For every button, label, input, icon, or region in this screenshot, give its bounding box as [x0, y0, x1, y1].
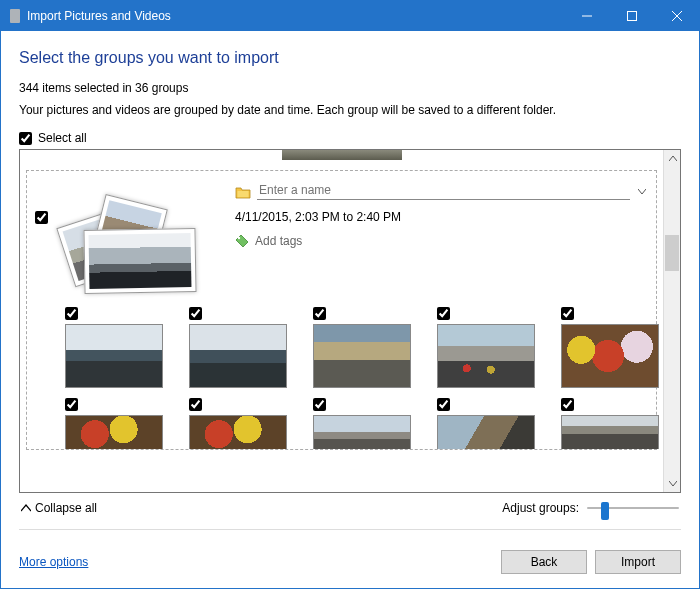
scroll-up-button[interactable]: [664, 150, 681, 167]
thumbnail[interactable]: [437, 398, 535, 449]
photo-4[interactable]: [437, 324, 535, 388]
thumbnail-checkbox[interactable]: [313, 398, 326, 411]
group-date-range: 4/11/2015, 2:03 PM to 2:40 PM: [235, 210, 648, 224]
thumbnail[interactable]: [561, 307, 659, 388]
svg-rect-4: [238, 191, 249, 197]
collapse-all-link[interactable]: Collapse all: [21, 501, 97, 515]
thumbnail[interactable]: [313, 398, 411, 449]
more-options-link[interactable]: More options: [19, 555, 88, 569]
thumbnail-checkbox[interactable]: [189, 398, 202, 411]
scroll-down-button[interactable]: [664, 475, 681, 492]
window-title: Import Pictures and Videos: [27, 9, 564, 23]
photo-3[interactable]: [313, 324, 411, 388]
photo-9[interactable]: [437, 415, 535, 449]
content: Select the groups you want to import 344…: [1, 31, 699, 536]
thumbnail-checkbox[interactable]: [561, 307, 574, 320]
tag-icon: [235, 234, 249, 248]
divider: [19, 529, 681, 530]
thumbnail[interactable]: [313, 307, 411, 388]
photo-7[interactable]: [189, 415, 287, 449]
pane-footer: Collapse all Adjust groups:: [19, 493, 681, 519]
titlebar[interactable]: Import Pictures and Videos: [1, 1, 699, 31]
thumbnail-checkbox[interactable]: [189, 307, 202, 320]
svg-point-5: [238, 237, 240, 239]
thumbnail-checkbox[interactable]: [561, 398, 574, 411]
add-tags-link[interactable]: Add tags: [235, 234, 648, 248]
thumbnail-checkbox[interactable]: [437, 307, 450, 320]
group-name-dropdown[interactable]: [636, 189, 648, 195]
chevron-up-icon: [21, 504, 31, 512]
group-thumbnail-stack[interactable]: [56, 207, 216, 297]
import-button[interactable]: Import: [595, 550, 681, 574]
vertical-scrollbar[interactable]: [663, 150, 680, 492]
thumbnail-row-1: [35, 297, 648, 388]
stack-photo-3: [83, 228, 196, 294]
photo-1[interactable]: [65, 324, 163, 388]
select-all-label: Select all: [38, 131, 87, 145]
thumbnail-checkbox[interactable]: [65, 307, 78, 320]
maximize-button[interactable]: [609, 1, 654, 31]
thumbnail-row-2: [35, 388, 648, 449]
photo-8[interactable]: [313, 415, 411, 449]
maximize-icon: [627, 11, 637, 21]
chevron-up-icon: [669, 156, 677, 162]
selection-summary: 344 items selected in 36 groups: [19, 81, 681, 95]
groups-pane-body: 4/11/2015, 2:03 PM to 2:40 PM Add tags: [20, 150, 663, 492]
thumbnail-checkbox[interactable]: [313, 307, 326, 320]
minimize-icon: [582, 11, 592, 21]
thumbnail[interactable]: [437, 307, 535, 388]
thumbnail[interactable]: [561, 398, 659, 449]
page-title: Select the groups you want to import: [19, 49, 681, 67]
groups-pane: 4/11/2015, 2:03 PM to 2:40 PM Add tags: [19, 149, 681, 493]
photo-10[interactable]: [561, 415, 659, 449]
thumbnail-checkbox[interactable]: [437, 398, 450, 411]
thumbnail[interactable]: [65, 307, 163, 388]
collapse-all-label: Collapse all: [35, 501, 97, 515]
chevron-down-icon: [669, 481, 677, 487]
folder-icon: [235, 185, 251, 199]
slider-thumb[interactable]: [601, 502, 609, 520]
minimize-button[interactable]: [564, 1, 609, 31]
chevron-down-icon: [638, 189, 646, 195]
adjust-groups-slider: Adjust groups:: [502, 499, 679, 517]
previous-group-tail: [282, 150, 402, 160]
thumbnail-checkbox[interactable]: [65, 398, 78, 411]
photo-6[interactable]: [65, 415, 163, 449]
svg-rect-1: [627, 12, 636, 21]
close-icon: [672, 11, 682, 21]
help-text: Your pictures and videos are grouped by …: [19, 103, 681, 117]
add-tags-label: Add tags: [255, 234, 302, 248]
thumbnail[interactable]: [189, 398, 287, 449]
window: Import Pictures and Videos Select the gr…: [0, 0, 700, 589]
group-name-input[interactable]: [257, 183, 630, 200]
footer: More options Back Import: [1, 536, 699, 588]
device-icon: [10, 9, 20, 23]
select-all-checkbox[interactable]: [19, 132, 32, 145]
photo-5[interactable]: [561, 324, 659, 388]
slider-track[interactable]: [587, 499, 679, 517]
adjust-groups-label: Adjust groups:: [502, 501, 579, 515]
group: 4/11/2015, 2:03 PM to 2:40 PM Add tags: [26, 170, 657, 450]
select-all-row[interactable]: Select all: [19, 131, 681, 145]
group-checkbox[interactable]: [35, 211, 48, 224]
scroll-thumb[interactable]: [665, 235, 679, 271]
thumbnail[interactable]: [65, 398, 163, 449]
back-button[interactable]: Back: [501, 550, 587, 574]
photo-2[interactable]: [189, 324, 287, 388]
close-button[interactable]: [654, 1, 699, 31]
thumbnail[interactable]: [189, 307, 287, 388]
